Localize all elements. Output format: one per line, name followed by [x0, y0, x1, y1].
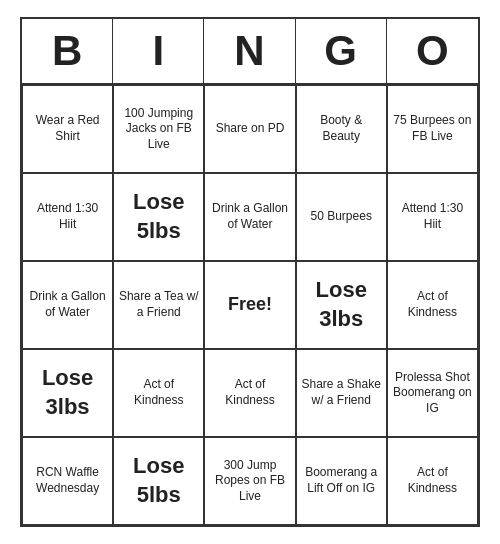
bingo-cell-15: Lose 3lbs [22, 349, 113, 437]
bingo-cell-24: Act of Kindness [387, 437, 478, 525]
bingo-cell-14: Act of Kindness [387, 261, 478, 349]
bingo-cell-5: Attend 1:30 Hiit [22, 173, 113, 261]
bingo-cell-9: Attend 1:30 Hiit [387, 173, 478, 261]
bingo-cell-13: Lose 3lbs [296, 261, 387, 349]
bingo-cell-17: Act of Kindness [204, 349, 295, 437]
bingo-cell-3: Booty & Beauty [296, 85, 387, 173]
bingo-cell-2: Share on PD [204, 85, 295, 173]
bingo-grid: Wear a Red Shirt100 Jumping Jacks on FB … [22, 85, 478, 525]
bingo-cell-6: Lose 5lbs [113, 173, 204, 261]
bingo-cell-4: 75 Burpees on FB Live [387, 85, 478, 173]
bingo-cell-19: Prolessa Shot Boomerang on IG [387, 349, 478, 437]
bingo-cell-23: Boomerang a Lift Off on IG [296, 437, 387, 525]
bingo-cell-10: Drink a Gallon of Water [22, 261, 113, 349]
bingo-card: BINGO Wear a Red Shirt100 Jumping Jacks … [20, 17, 480, 527]
bingo-cell-7: Drink a Gallon of Water [204, 173, 295, 261]
bingo-cell-1: 100 Jumping Jacks on FB Live [113, 85, 204, 173]
bingo-cell-0: Wear a Red Shirt [22, 85, 113, 173]
bingo-cell-22: 300 Jump Ropes on FB Live [204, 437, 295, 525]
bingo-letter-o: O [387, 19, 478, 83]
bingo-cell-8: 50 Burpees [296, 173, 387, 261]
bingo-cell-11: Share a Tea w/ a Friend [113, 261, 204, 349]
bingo-cell-18: Share a Shake w/ a Friend [296, 349, 387, 437]
bingo-letter-n: N [204, 19, 295, 83]
bingo-header: BINGO [22, 19, 478, 85]
bingo-cell-16: Act of Kindness [113, 349, 204, 437]
bingo-letter-b: B [22, 19, 113, 83]
bingo-cell-20: RCN Waffle Wednesday [22, 437, 113, 525]
bingo-letter-g: G [296, 19, 387, 83]
bingo-letter-i: I [113, 19, 204, 83]
bingo-cell-21: Lose 5lbs [113, 437, 204, 525]
bingo-cell-12: Free! [204, 261, 295, 349]
